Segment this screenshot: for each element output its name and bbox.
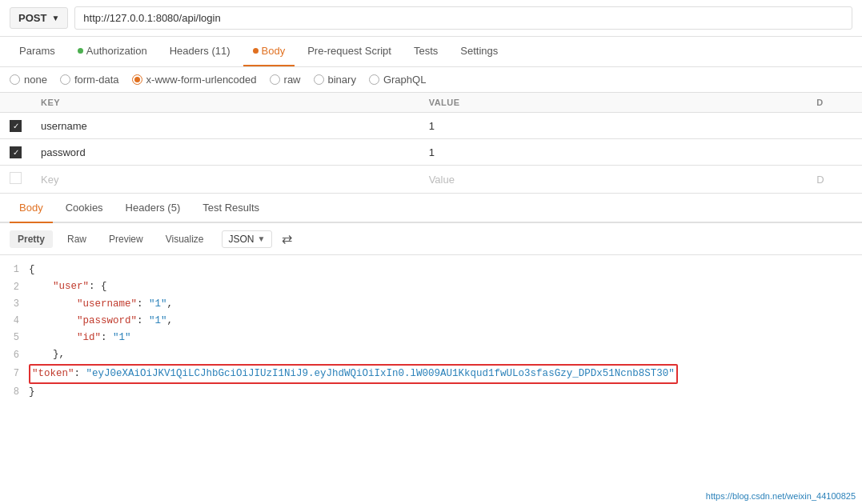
body-type-form-data[interactable]: form-data [60,74,119,86]
line-num-6: 6 [0,347,29,363]
body-type-label-raw: raw [284,74,301,86]
tab-tests[interactable]: Tests [404,37,447,66]
col-value: VALUE [419,93,808,113]
checkbox-0[interactable] [10,120,22,132]
kv-table-container: KEY VALUE D username 1 password 1 Key Va… [0,93,862,194]
code-line-6: 6 }, [0,346,862,363]
tab-dot-body [253,48,259,54]
token-key: "token" [32,368,74,379]
row-value-0: 1 [419,113,808,139]
tab-label-params: Params [19,45,55,57]
tab-label-headers: Headers (11) [170,45,231,57]
tab-prerequest[interactable]: Pre-request Script [298,37,401,66]
resp-tab-headers[interactable]: Headers (5) [116,194,190,223]
body-type-none[interactable]: none [10,74,47,86]
line-content-4: "password": "1", [29,313,173,330]
url-input[interactable] [74,6,852,30]
code-line-1: 1{ [0,262,862,278]
radio-circle-form-data [60,74,70,85]
method-select[interactable]: POST ▼ [10,7,68,29]
line-num-4: 4 [0,313,29,329]
line-num-8: 8 [0,384,29,400]
json-format-select[interactable]: JSON▼ [222,230,273,248]
tab-headers[interactable]: Headers (11) [160,37,240,66]
fmt-btn-preview[interactable]: Preview [101,230,151,248]
tab-settings[interactable]: Settings [451,37,507,66]
line-num-5: 5 [0,330,29,346]
code-line-4: 4 "password": "1", [0,313,862,330]
empty-desc: D [807,166,862,194]
tab-params[interactable]: Params [10,37,65,66]
tab-label-authorization: Authorization [86,45,147,57]
body-type-label-form-data: form-data [74,74,119,86]
tab-dot-authorization [78,48,83,54]
json-format-arrow: ▼ [258,234,266,243]
line-content-5: "id": "1" [29,330,131,346]
token-value: "eyJ0eXAiOiJKV1QiLCJhbGciOiJIUzI1NiJ9.ey… [86,368,675,379]
row-value-1: 1 [419,139,808,166]
line-num-7: 7 [0,366,29,382]
format-bar: PrettyRawPreviewVisualizeJSON▼⇄ [0,223,862,255]
row-checkbox-0[interactable] [0,113,31,139]
code-line-5: 5 "id": "1" [0,330,862,346]
line-content-1: { [29,262,35,278]
wrap-icon[interactable]: ⇄ [279,228,295,250]
empty-value: Value [419,166,808,194]
row-desc-1 [807,139,862,166]
response-tab-bar: BodyCookiesHeaders (5)Test Results [0,194,862,223]
line-content-3: "username": "1", [29,296,173,313]
checkbox-1[interactable] [10,146,22,158]
row-desc-0 [807,113,862,139]
line-content-8: } [29,384,35,401]
code-line-8: 8} [0,384,862,401]
body-type-bar: noneform-datax-www-form-urlencodedrawbin… [0,67,862,93]
col-desc: D [807,93,862,113]
row-key-1: password [31,139,419,166]
empty-row: Key Value D [0,166,862,194]
body-type-binary[interactable]: binary [314,74,356,86]
body-type-label-x-www-form-urlencoded: x-www-form-urlencoded [146,74,257,86]
body-type-x-www-form-urlencoded[interactable]: x-www-form-urlencoded [132,74,257,86]
tab-authorization[interactable]: Authorization [68,37,157,66]
tab-body[interactable]: Body [243,37,295,66]
code-line-2: 2 "user": { [0,278,862,295]
table-row: password 1 [0,139,862,166]
kv-table: KEY VALUE D username 1 password 1 Key Va… [0,93,862,194]
radio-circle-none [10,74,20,85]
line-content-7: "token": "eyJ0eXAiOiJKV1QiLCJhbGciOiJIUz… [29,364,678,384]
resp-tab-body[interactable]: Body [10,194,53,223]
wrap-icon-symbol: ⇄ [282,231,292,246]
token-line: "token": "eyJ0eXAiOiJKV1QiLCJhbGciOiJIUz… [29,364,678,384]
line-content-2: "user": { [29,278,107,295]
body-type-label-binary: binary [328,74,356,86]
table-row: username 1 [0,113,862,139]
line-num-2: 2 [0,279,29,295]
resp-tab-test-results[interactable]: Test Results [193,194,269,223]
row-key-0: username [31,113,419,139]
line-num-3: 3 [0,296,29,312]
tab-label-body: Body [262,45,286,57]
top-bar: POST ▼ [0,0,862,37]
method-label: POST [18,12,46,24]
radio-circle-graphql [369,74,379,85]
body-type-graphql[interactable]: GraphQL [369,74,426,86]
request-tab-bar: ParamsAuthorizationHeaders (11)BodyPre-r… [0,37,862,67]
json-format-label: JSON [229,234,255,245]
col-check [0,93,31,113]
token-colon: : [74,368,86,379]
method-dropdown-arrow: ▼ [51,14,59,22]
tab-label-settings: Settings [460,45,498,57]
line-content-6: }, [29,346,65,363]
radio-circle-binary [314,74,324,85]
empty-key: Key [31,166,419,194]
fmt-btn-raw[interactable]: Raw [59,230,94,248]
tab-label-prerequest: Pre-request Script [307,45,391,57]
fmt-btn-pretty[interactable]: Pretty [10,230,53,248]
fmt-btn-visualize[interactable]: Visualize [158,230,212,248]
row-checkbox-1[interactable] [0,139,31,166]
body-type-raw[interactable]: raw [270,74,301,86]
line-num-1: 1 [0,262,29,278]
resp-tab-cookies[interactable]: Cookies [56,194,113,223]
body-type-label-graphql: GraphQL [383,74,426,86]
body-type-label-none: none [24,74,47,86]
